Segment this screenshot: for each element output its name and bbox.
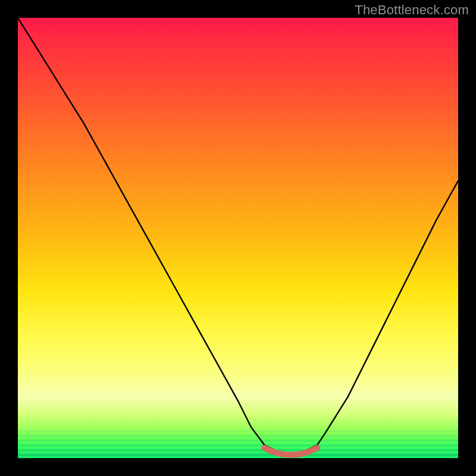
plot-area xyxy=(18,18,458,458)
bottleneck-curve xyxy=(18,18,458,458)
chart-frame: TheBottleneck.com xyxy=(0,0,476,476)
watermark-text: TheBottleneck.com xyxy=(355,2,469,18)
curve-path xyxy=(18,18,458,454)
curve-bottom-marker xyxy=(264,448,317,455)
